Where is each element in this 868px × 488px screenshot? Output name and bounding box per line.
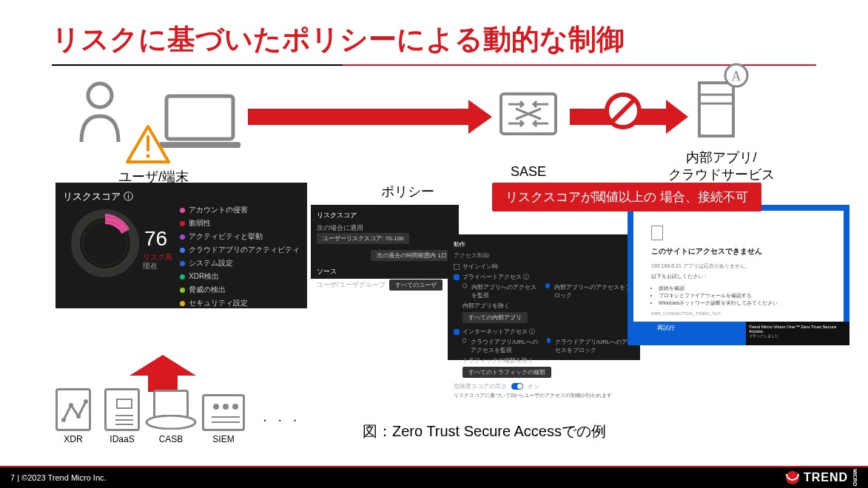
arrow-right-icon xyxy=(248,100,492,134)
arrow-up-icon xyxy=(129,355,196,392)
svg-rect-25 xyxy=(117,399,132,408)
svg-point-21 xyxy=(61,418,66,422)
svg-point-30 xyxy=(213,404,219,410)
legend-item: XDR検出 xyxy=(180,271,300,282)
svg-point-0 xyxy=(88,84,112,107)
svg-marker-6 xyxy=(468,100,492,134)
risk-legend: アカウントの侵害脆弱性アクティビティと挙動クラウドアプリのアクティビティシステム… xyxy=(180,205,300,311)
legend-item: システム設定 xyxy=(180,258,300,268)
callout-banner: リスクスコアが閾値以上の 場合、接続不可 xyxy=(492,183,761,211)
svg-rect-5 xyxy=(248,109,470,125)
siem-item: SIEM xyxy=(202,394,245,444)
svg-text:A: A xyxy=(732,69,741,84)
svg-point-24 xyxy=(84,399,88,404)
svg-point-22 xyxy=(69,403,73,407)
svg-point-23 xyxy=(76,414,81,418)
svg-rect-11 xyxy=(699,83,733,136)
casb-item: CASB xyxy=(153,390,189,444)
warning-icon xyxy=(126,125,170,163)
xdr-item: XDR xyxy=(55,388,91,444)
sase-label: SASE xyxy=(511,164,546,180)
svg-marker-20 xyxy=(129,355,196,392)
legend-item: 脆弱性 xyxy=(180,218,300,228)
footer: 7 | ©2023 Trend Micro Inc. TREND MICRO xyxy=(0,467,868,488)
risk-panel-title: リスクスコア ⓘ xyxy=(63,190,300,203)
policy-panel-2: 動作 アクセス制御 サインイン時 プライベートアクセス ⓘ 内部アプリへのアクセ… xyxy=(448,234,640,360)
figure-caption: 図：Zero Trust Secure Accessでの例 xyxy=(363,421,606,441)
footer-left: 7 | ©2023 Trend Micro Inc. xyxy=(10,473,107,482)
risk-score-panel: リスクスコア ⓘ 76 リスク高 現在 アカウントの侵害脆弱性アクティビティと挙… xyxy=(55,183,307,308)
xdr-icon xyxy=(55,388,91,431)
svg-point-4 xyxy=(147,155,150,158)
toast-notification: Trend Micro Vision One™ Zero Trust Secur… xyxy=(746,322,850,345)
server-icon: A xyxy=(692,61,751,142)
gauge-icon xyxy=(70,209,141,279)
siem-icon xyxy=(202,394,245,431)
risk-time: 現在 xyxy=(143,261,158,271)
svg-point-31 xyxy=(223,404,229,410)
legend-item: クラウドアプリのアクティビティ xyxy=(180,245,300,255)
slide: リスクに基づいたポリシーによる動的な制御 ユーザ/端末 xyxy=(0,0,868,488)
page-icon xyxy=(651,226,663,240)
trend-micro-logo: TREND MICRO xyxy=(786,469,858,486)
flow-diagram: ユーザ/端末 SASE xyxy=(52,79,816,183)
idaas-item: IDaaS xyxy=(104,388,140,444)
sase-switch-icon xyxy=(499,92,557,135)
app-label: 内部アプリ/ クラウドサービス xyxy=(644,149,799,184)
risk-score-value: 76 xyxy=(144,227,167,251)
block-icon xyxy=(605,92,642,129)
svg-rect-2 xyxy=(159,142,240,148)
policy-panel-1: リスクスコア 次の場合に適用 ユーザーリスクスコア: 70-100 次の過去の時… xyxy=(311,205,459,279)
svg-point-17 xyxy=(86,224,124,262)
person-icon xyxy=(74,79,126,146)
blocked-browser: このサイトにアクセスできません 192.168.0.21 アプリは応答がありませ… xyxy=(628,205,850,345)
slide-title: リスクに基づいたポリシーによる動的な制御 xyxy=(0,0,868,64)
idaas-icon xyxy=(104,388,140,431)
legend-item: 脅威の検出 xyxy=(180,285,300,295)
legend-item: アクティビティと挙動 xyxy=(180,231,300,242)
svg-point-32 xyxy=(232,404,238,410)
svg-point-29 xyxy=(147,416,195,429)
ellipsis-icon: . . . xyxy=(263,407,300,426)
svg-rect-1 xyxy=(166,96,233,139)
policy-label: ポリシー xyxy=(381,183,434,200)
retry-button[interactable]: 再試行 xyxy=(651,322,681,334)
blocked-content: このサイトにアクセスできません 192.168.0.21 アプリは応答がありませ… xyxy=(633,211,844,322)
legend-item: セキュリティ設定 xyxy=(180,298,300,308)
legend-item: アカウントの侵害 xyxy=(180,205,300,215)
source-icons: XDR IDaaS CASB SIEM . . . xyxy=(55,388,300,444)
svg-marker-8 xyxy=(666,100,688,134)
logo-ball-icon xyxy=(786,471,799,484)
